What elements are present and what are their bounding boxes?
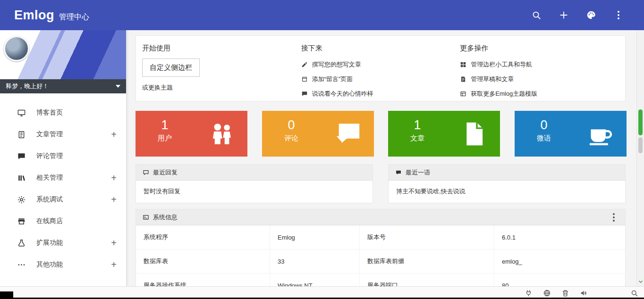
sysinfo-cell: 数据库表前缀 (359, 249, 494, 274)
coffee-icon (587, 120, 614, 148)
sidebar-menu: 博客首页 文章管理 + 评论管理 相关管理 + 系统调试 + (0, 93, 126, 275)
trash-icon[interactable] (561, 289, 569, 297)
sysinfo-cell: emlog_ (494, 249, 625, 274)
gear-icon (17, 195, 26, 204)
getting-started-column: 开始使用 自定义侧边栏 或更换主题 (142, 36, 301, 101)
recent-reply-panel: 最近回复 暂时没有回复 (136, 164, 373, 203)
terminal-icon (143, 214, 149, 221)
top-navbar: Emlog 管理中心 (0, 0, 644, 30)
sysinfo-cell: 系统程序 (136, 225, 270, 249)
get-themes-link[interactable]: 获取更多Emlog主题模版 (460, 86, 619, 101)
sysinfo-cell: 数据库表 (136, 249, 270, 274)
sidebar-item-blog-home[interactable]: 博客首页 (0, 102, 126, 124)
write-icon (301, 61, 308, 68)
sidebar-item-label: 系统调试 (36, 195, 63, 204)
add-icon[interactable] (558, 9, 569, 21)
profile-banner (0, 30, 126, 79)
sidebar-item-other[interactable]: 其他功能 + (0, 254, 126, 275)
greeting-text: 释梦，晚上好！ (6, 82, 49, 91)
system-info-panel: 系统信息 系统程序 Emlog 版本号 6.0.1 数据库表 33 数据库表前缀… (136, 209, 626, 286)
panel-title: 系统信息 (153, 213, 178, 222)
recent-word-body: 博主不知要说啥,快去说说 (389, 181, 625, 202)
sidebar-item-label: 相关管理 (36, 174, 63, 182)
sidebar-item-extensions[interactable]: 扩展功能 + (0, 232, 126, 254)
store-icon (17, 217, 26, 226)
stat-card-articles[interactable]: 1 文章 (388, 111, 500, 157)
sidebar-item-store[interactable]: 在线商店 (0, 210, 126, 232)
customize-sidebar-button[interactable]: 自定义侧边栏 (142, 58, 200, 77)
more-actions-column: 更多操作 管理边栏小工具和导航 管理草稿和文章 获取更多Emlog主题模版 (460, 36, 619, 101)
plug-icon[interactable] (525, 289, 533, 297)
manage-drafts-link[interactable]: 管理草稿和文章 (460, 72, 619, 86)
ellipsis-icon (17, 260, 26, 269)
drafts-icon (460, 76, 466, 83)
column-title: 接下来 (301, 44, 460, 53)
sidebar: 释梦，晚上好！ 博客首页 文章管理 + 评论管理 相关管理 + (0, 30, 126, 286)
manage-widgets-link[interactable]: 管理边栏小工具和导航 (460, 57, 619, 72)
recent-word-header: 最近一语 (389, 165, 625, 181)
chat-outline-icon (143, 169, 149, 176)
sidebar-item-label: 其他功能 (36, 260, 63, 269)
stat-card-microblog[interactable]: 0 微语 (515, 111, 627, 157)
scrollbar-thumb[interactable] (638, 137, 643, 153)
link-label: 撰写您的想写文章 (312, 60, 361, 69)
chevron-down-icon (116, 85, 120, 88)
link-label: 说说看今天的心情咋样 (312, 90, 373, 98)
expand-icon[interactable]: + (111, 130, 117, 139)
brand[interactable]: Emlog 管理中心 (14, 8, 89, 23)
recent-reply-body: 暂时没有回复 (136, 181, 373, 202)
link-label: 管理草稿和文章 (471, 75, 514, 83)
sidebar-item-related[interactable]: 相关管理 + (0, 167, 126, 189)
logo: Emlog (14, 8, 54, 23)
sysinfo-cell: 6.0.1 (494, 225, 625, 249)
stat-label: 用户 (150, 134, 180, 143)
theme-palette-icon[interactable] (585, 9, 597, 21)
quickstart-panel: 开始使用 自定义侧边栏 或更换主题 接下来 撰写您的想写文章 添加“留言”页面 (136, 35, 626, 101)
taskbar-fragment (0, 291, 13, 298)
expand-icon[interactable]: + (111, 173, 117, 183)
system-info-header: 系统信息 (136, 209, 625, 225)
column-title: 更多操作 (460, 44, 619, 53)
expand-icon[interactable]: + (111, 260, 117, 269)
page-icon (301, 76, 308, 83)
sidebar-item-label: 博客首页 (36, 108, 63, 117)
panel-title: 最近回复 (153, 168, 178, 177)
stat-value: 1 (150, 118, 180, 133)
comment-bubble-icon (334, 120, 362, 148)
column-title: 开始使用 (142, 44, 301, 53)
browser-globe-icon[interactable] (543, 289, 551, 297)
kebab-icon[interactable] (609, 213, 619, 222)
user-greeting[interactable]: 释梦，晚上好！ (0, 79, 126, 93)
scrollbar-thumb-accent[interactable] (638, 109, 643, 135)
scroll-down-arrow-icon[interactable] (638, 279, 644, 284)
sysinfo-cell: Emlog (270, 225, 359, 249)
sysinfo-cell: 版本号 (359, 225, 494, 249)
page-scrollbar[interactable] (636, 30, 644, 286)
extension-icon (17, 239, 26, 248)
stat-card-users[interactable]: 1 用户 (136, 111, 247, 157)
volume-icon[interactable] (580, 289, 588, 297)
template-icon (460, 91, 466, 97)
avatar[interactable] (4, 36, 29, 61)
widgets-icon (460, 61, 466, 68)
zoom-search-icon[interactable] (630, 289, 638, 297)
emlog-admin-dashboard: Emlog 管理中心 释梦，晚上好！ 博客首页 (0, 0, 644, 299)
change-theme-link[interactable]: 或更换主题 (142, 83, 173, 92)
expand-icon[interactable]: + (111, 238, 117, 248)
search-icon[interactable] (531, 9, 542, 21)
add-page-link[interactable]: 添加“留言”页面 (301, 72, 460, 86)
sidebar-item-label: 扩展功能 (36, 239, 63, 247)
sidebar-item-system-debug[interactable]: 系统调试 + (0, 189, 126, 210)
system-info-table: 系统程序 Emlog 版本号 6.0.1 数据库表 33 数据库表前缀 emlo… (136, 225, 625, 286)
stat-value: 0 (276, 118, 306, 133)
sidebar-item-comments[interactable]: 评论管理 (0, 145, 126, 167)
navbar-actions (531, 9, 624, 21)
more-menu-icon[interactable] (613, 9, 624, 21)
file-icon (460, 120, 488, 148)
main-content: 开始使用 自定义侧边栏 或更换主题 接下来 撰写您的想写文章 添加“留言”页面 (126, 30, 636, 286)
stat-card-comments[interactable]: 0 评论 (262, 111, 374, 157)
write-article-link[interactable]: 撰写您的想写文章 (301, 57, 460, 72)
post-mood-link[interactable]: 说说看今天的心情咋样 (301, 86, 460, 101)
sidebar-item-articles[interactable]: 文章管理 + (0, 124, 126, 145)
expand-icon[interactable]: + (111, 195, 117, 204)
